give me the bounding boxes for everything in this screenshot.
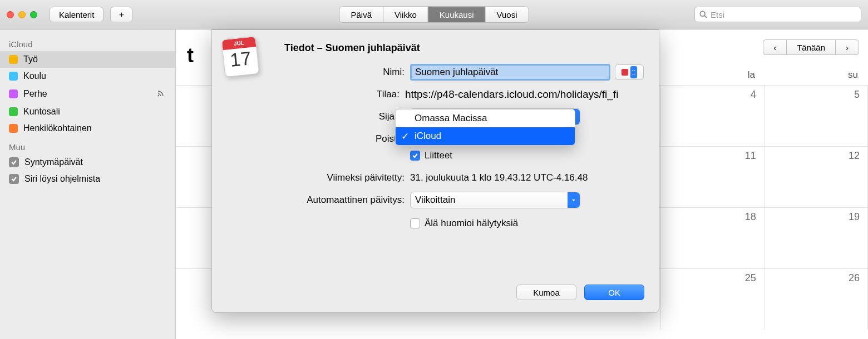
label-subscribe: Tilaa: bbox=[226, 89, 405, 100]
sidebar-item-birthdays[interactable]: Syntymäpäivät bbox=[0, 154, 175, 171]
sidebar-item-label: Perhe bbox=[23, 89, 47, 99]
close-icon[interactable] bbox=[7, 11, 14, 18]
sidebar: iCloud Työ Koulu Perhe Kuntosali Henkilö… bbox=[0, 29, 176, 339]
last-updated-value: 31. joulukuuta 1 klo 19.43.12 UTC-4.16.4… bbox=[410, 172, 588, 183]
chevron-left-icon: ‹ bbox=[773, 43, 776, 52]
label-auto-update: Automaattinen päivitys: bbox=[226, 195, 410, 206]
add-button[interactable]: ＋ bbox=[110, 7, 132, 22]
sidebar-item-label: Siri löysi ohjelmista bbox=[24, 174, 100, 184]
plus-icon: ＋ bbox=[117, 9, 126, 20]
view-day[interactable]: Päivä bbox=[340, 7, 384, 22]
checkbox-icon bbox=[9, 157, 19, 167]
dialog-title: Tiedot – Suomen juhlapäivät bbox=[284, 42, 644, 54]
minimize-icon[interactable] bbox=[18, 11, 26, 18]
shared-icon bbox=[156, 88, 166, 100]
auto-update-value: Viikoittain bbox=[415, 195, 455, 206]
calendar-color-icon bbox=[9, 107, 18, 116]
label-location: Sijaint bbox=[226, 111, 410, 122]
view-switcher: Päivä Viikko Kuukausi Vuosi bbox=[339, 6, 529, 23]
svg-point-2 bbox=[158, 95, 159, 96]
svg-line-1 bbox=[704, 16, 707, 18]
dropdown-caret-icon bbox=[568, 192, 580, 208]
day-number: 12 bbox=[849, 150, 860, 162]
label-remove: Poista: bbox=[226, 133, 410, 144]
month-nav: ‹ Tänään › bbox=[763, 39, 859, 55]
sidebar-group-other: Muu bbox=[0, 137, 175, 154]
day-number: 11 bbox=[745, 150, 756, 162]
icon-day: 17 bbox=[223, 47, 259, 72]
prev-button[interactable]: ‹ bbox=[763, 39, 786, 55]
color-swatch-icon bbox=[622, 69, 628, 76]
sidebar-item-siri[interactable]: Siri löysi ohjelmista bbox=[0, 171, 175, 187]
dropdown-option-local[interactable]: Omassa Macissa bbox=[396, 109, 575, 127]
subscribe-url: https://p48-calendars.icloud.com/holiday… bbox=[405, 88, 644, 101]
checkbox-icon bbox=[9, 174, 19, 184]
day-number: 5 bbox=[854, 89, 860, 101]
info-dialog: JUL 17 Tiedot – Suomen juhlapäivät Nimi:… bbox=[211, 29, 659, 313]
sidebar-item-personal[interactable]: Henkilökohtainen bbox=[0, 120, 175, 137]
calendar-app-icon: JUL 17 bbox=[223, 38, 265, 80]
search-input[interactable]: Etsi bbox=[694, 7, 861, 22]
day-number: 4 bbox=[751, 89, 756, 101]
dropdown-option-icloud[interactable]: iCloud bbox=[396, 127, 575, 145]
day-number: 19 bbox=[849, 211, 860, 223]
svg-point-0 bbox=[700, 11, 705, 16]
ok-button[interactable]: OK bbox=[584, 285, 644, 300]
view-week[interactable]: Viikko bbox=[383, 7, 428, 22]
cancel-button[interactable]: Kumoa bbox=[516, 285, 576, 300]
sidebar-item-family[interactable]: Perhe bbox=[0, 84, 175, 103]
sidebar-item-work[interactable]: Työ bbox=[0, 51, 175, 68]
today-button[interactable]: Tänään bbox=[786, 39, 836, 55]
day-header: la bbox=[662, 69, 765, 81]
view-month[interactable]: Kuukausi bbox=[428, 7, 486, 22]
sidebar-item-gym[interactable]: Kuntosali bbox=[0, 103, 175, 120]
day-number: 26 bbox=[849, 272, 860, 284]
checkbox-ignore-alerts[interactable] bbox=[410, 218, 420, 228]
sidebar-item-school[interactable]: Koulu bbox=[0, 68, 175, 84]
window-controls bbox=[7, 11, 37, 18]
location-dropdown: Omassa Macissa iCloud bbox=[395, 109, 575, 146]
calendars-button[interactable]: Kalenterit bbox=[50, 7, 103, 22]
sidebar-item-label: Kuntosali bbox=[23, 107, 60, 117]
sidebar-item-label: Koulu bbox=[23, 71, 46, 81]
auto-update-select[interactable]: Viikoittain bbox=[410, 192, 580, 208]
search-placeholder: Etsi bbox=[711, 10, 724, 19]
chevron-right-icon: › bbox=[846, 43, 849, 52]
sidebar-item-label: Syntymäpäivät bbox=[24, 157, 83, 167]
calendar-color-icon bbox=[9, 124, 18, 133]
day-number: 25 bbox=[745, 272, 756, 284]
checkbox-attachments[interactable] bbox=[410, 151, 420, 161]
dropdown-caret-icon bbox=[630, 66, 637, 78]
sidebar-item-label: Työ bbox=[23, 54, 38, 64]
checkbox-ignore-alerts-label: Älä huomioi hälytyksiä bbox=[425, 218, 518, 229]
sidebar-item-label: Henkilökohtainen bbox=[23, 123, 92, 133]
calendar-color-icon bbox=[9, 89, 18, 98]
day-headers: la su bbox=[662, 69, 868, 81]
calendar-color-icon bbox=[9, 55, 18, 64]
titlebar: Kalenterit ＋ Päivä Viikko Kuukausi Vuosi… bbox=[0, 0, 868, 29]
checkbox-attachments-label: Liitteet bbox=[425, 150, 452, 161]
calendar-color-icon bbox=[9, 72, 18, 81]
view-year[interactable]: Vuosi bbox=[486, 7, 529, 22]
search-icon bbox=[699, 11, 707, 18]
color-select[interactable] bbox=[615, 64, 644, 80]
next-button[interactable]: › bbox=[836, 39, 859, 55]
day-number: 18 bbox=[745, 211, 756, 223]
page-title: t bbox=[187, 44, 193, 67]
maximize-icon[interactable] bbox=[30, 11, 37, 18]
day-header: su bbox=[765, 69, 868, 81]
label-last-updated: Viimeksi päivitetty: bbox=[226, 172, 410, 183]
name-input[interactable] bbox=[410, 64, 610, 81]
sidebar-group-icloud: iCloud bbox=[0, 34, 175, 51]
